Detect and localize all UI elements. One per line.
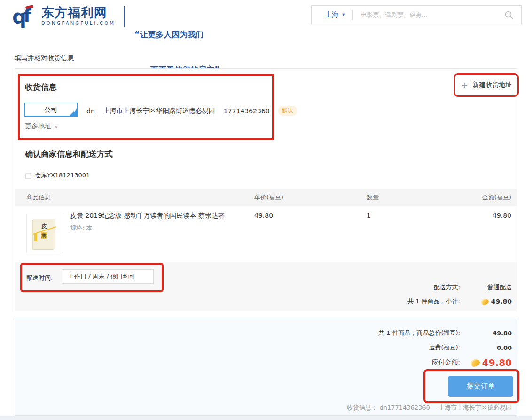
delivery-section: 配送时间: 工作日 / 周末 / 假日均可 配送方式: 普通配送 共 1 件商品… <box>15 262 517 311</box>
header-divider <box>124 6 125 27</box>
footer-address: 上海市上海长宁区德必易园 <box>438 404 512 411</box>
col-unit-price: 单价(福豆) <box>254 189 283 206</box>
summary-footer: 收货信息： dn17714362360 上海市上海长宁区德必易园 <box>347 404 512 412</box>
address-row[interactable]: dn 上海市上海长宁区华阳路街道德必易园 17714362360 默认 <box>86 106 297 116</box>
phone-number: 17714362360 <box>224 107 270 115</box>
site-logo[interactable]: q f 东方福利网 DONGFANGFULI.COM <box>12 5 115 28</box>
bean-coin-icon <box>470 358 480 367</box>
search-icon[interactable] <box>504 10 514 20</box>
warehouse-name: 仓库YX181213001 <box>35 171 90 180</box>
new-address-button[interactable]: + 新建收货地址 <box>459 78 514 92</box>
total-price-label: 共 1 件商品，商品总价(福豆): <box>378 329 460 337</box>
shipping-fee-value: 0.00 <box>460 344 512 351</box>
payable-label: 应付金额: <box>431 358 460 367</box>
product-amount: 49.80 <box>493 212 511 219</box>
product-image[interactable]: 皮 囊 <box>26 214 63 253</box>
subtotal-row: 共 1 件商品，小计: 49.80 <box>407 297 512 306</box>
order-card: 收货信息 + 新建收货地址 公司 ✓ dn 上海市上海长宁区华阳路街道德必易园 … <box>15 68 517 311</box>
shipping-fee-label: 运费(福豆): <box>429 343 460 352</box>
site-header: q f 东方福利网 DONGFANGFULI.COM “让更多人因为我们 而更爱… <box>0 0 532 45</box>
subtotal-label: 共 1 件商品，小计: <box>407 297 460 306</box>
more-addresses-toggle[interactable]: 更多地址 ∨ <box>25 122 58 131</box>
total-price-row: 共 1 件商品，商品总价(福豆): 49.80 <box>378 329 512 337</box>
col-product-info: 商品信息 <box>26 189 51 206</box>
book-cover: 皮 囊 <box>33 219 55 249</box>
items-table-header: 商品信息 单价(福豆) 数量 金额(福豆) <box>15 189 517 206</box>
default-badge: 默认 <box>278 106 297 116</box>
delivery-method-row: 配送方式: 普通配送 <box>434 283 512 292</box>
product-quantity: 1 <box>367 212 371 219</box>
submit-order-button[interactable]: 提交订单 <box>448 376 513 397</box>
warehouse-row: 仓库YX181213001 <box>25 171 90 180</box>
address-text: 上海市上海长宁区华阳路街道德必易园 <box>103 107 215 115</box>
payable-row: 应付金额: 49.80 <box>431 357 512 368</box>
table-row: 皮 囊 皮囊 2019纪念版 感动千万读者的国民读本 蔡崇达著 规格: 本 49… <box>15 206 517 262</box>
footer-contact: dn17714362360 <box>379 404 430 411</box>
city-select[interactable]: 上海 ▼ <box>312 10 352 19</box>
page-title: 填写并核对收货信息 <box>15 54 74 63</box>
col-amount: 金额(福豆) <box>482 189 511 206</box>
recipient-name: dn <box>86 107 95 115</box>
logo-mark-icon: q f <box>12 5 39 28</box>
bean-coin-icon <box>480 298 489 305</box>
logo-domain: DONGFANGFULI.COM <box>41 21 115 26</box>
product-spec: 规格: 本 <box>70 224 93 232</box>
payable-value: 49.80 <box>482 357 512 368</box>
delivery-method-value: 普通配送 <box>460 283 512 292</box>
subtotal-value: 49.80 <box>491 298 512 305</box>
shipping-section-title: 收货信息 <box>25 82 57 93</box>
search-box: 上海 ▼ <box>311 5 522 24</box>
chevron-down-icon: ▼ <box>342 13 345 17</box>
total-price-value: 49.80 <box>460 330 512 337</box>
product-unit-price: 49.80 <box>254 212 273 219</box>
page-footer-strip <box>0 416 532 420</box>
merchant-section-title: 确认商家信息和配送方式 <box>25 149 113 159</box>
address-tag-button[interactable]: 公司 ✓ <box>24 103 78 117</box>
check-icon: ✓ <box>73 105 77 117</box>
delivery-time-label: 配送时间: <box>26 274 53 282</box>
warehouse-icon <box>25 173 31 179</box>
logo-name: 东方福利网 <box>41 6 115 20</box>
shipping-fee-row: 运费(福豆): 0.00 <box>429 343 512 352</box>
summary-panel: 共 1 件商品，商品总价(福豆): 49.80 运费(福豆): 0.00 应付金… <box>15 318 517 416</box>
footer-label: 收货信息： <box>347 404 377 411</box>
col-quantity: 数量 <box>367 189 379 206</box>
city-label: 上海 <box>325 10 339 19</box>
delivery-method-label: 配送方式: <box>434 283 460 292</box>
product-title[interactable]: 皮囊 2019纪念版 感动千万读者的国民读本 蔡崇达著 <box>70 212 258 220</box>
chevron-down-icon: ∨ <box>55 124 58 129</box>
delivery-time-select[interactable]: 工作日 / 周末 / 假日均可 <box>62 269 154 284</box>
search-input[interactable] <box>353 11 504 18</box>
plus-icon: + <box>461 80 468 90</box>
